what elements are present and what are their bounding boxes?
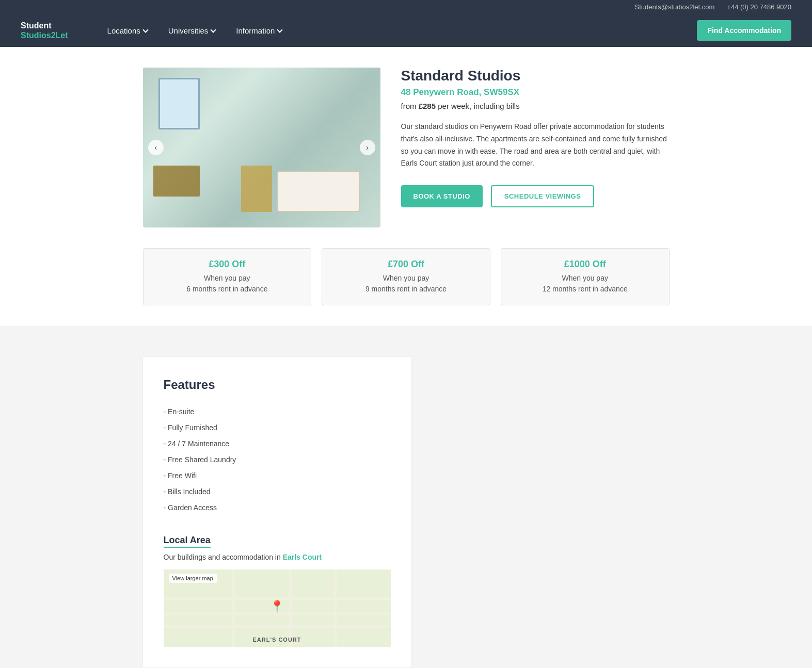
property-image: ‹ › [143, 68, 380, 227]
room-desk [153, 166, 200, 197]
price-amount: £285 [419, 102, 436, 110]
nav-universities[interactable]: Universities [160, 22, 224, 39]
feature-laundry: - Free Shared Laundry [164, 454, 391, 465]
right-panel [432, 357, 597, 667]
property-buttons: BOOK A STUDIO SCHEDULE VIEWINGS [401, 185, 670, 207]
map-road-h3 [164, 625, 391, 628]
contact-email[interactable]: Students@studios2let.com [634, 3, 714, 11]
main-content: ‹ › Standard Studios 48 Penywern Road, S… [122, 68, 690, 305]
map-road-v1 [232, 569, 235, 647]
book-studio-button[interactable]: BOOK A STUDIO [401, 185, 483, 207]
schedule-viewings-button[interactable]: SCHEDULE VIEWINGS [491, 185, 595, 207]
local-area-title: Local Area [164, 535, 211, 548]
view-larger-map-link[interactable]: View larger map [169, 574, 217, 583]
map-road-v2 [289, 569, 292, 647]
feature-wifi: - Free Wifi [164, 470, 391, 481]
universities-dropdown-icon [211, 27, 216, 32]
property-section: ‹ › Standard Studios 48 Penywern Road, S… [143, 68, 670, 227]
main-nav: Locations Universities Information [99, 22, 697, 39]
feature-bills: - Bills Included [164, 486, 391, 497]
map-road-h1 [164, 597, 391, 600]
earls-court-link[interactable]: Earls Court [283, 553, 322, 561]
property-title: Standard Studios [401, 68, 670, 84]
discount-section: £300 Off When you pay 6 months rent in a… [143, 248, 670, 305]
room-window [158, 78, 200, 129]
discount-card-3: £1000 Off When you pay 12 months rent in… [501, 248, 670, 305]
room-image-placeholder [143, 68, 380, 227]
feature-furnished: - Fully Furnished [164, 422, 391, 433]
property-price: from £285 per week, including bills [401, 102, 670, 110]
property-address: 48 Penywern Road, SW59SX [401, 87, 670, 97]
discount-amount-1: £300 Off [154, 259, 301, 270]
property-description: Our standard studios on Penywern Road of… [401, 121, 670, 170]
features-section: Features - En-suite - Fully Furnished - … [0, 326, 812, 668]
logo-line1: Student [21, 21, 68, 30]
room-bed [277, 171, 360, 212]
local-area-desc: Our buildings and accommodation in Earls… [164, 553, 391, 561]
logo[interactable]: Student Studios2Let [21, 21, 68, 40]
map-placeholder: 📍 EARL'S COURT View larger map [164, 569, 391, 647]
feature-garden: - Garden Access [164, 502, 391, 513]
header-top-bar: Students@studios2let.com +44 (0) 20 7486… [0, 0, 812, 14]
discount-amount-3: £1000 Off [512, 259, 659, 270]
feature-ensuite: - En-suite [164, 406, 391, 417]
room-dresser [241, 166, 272, 212]
locations-dropdown-icon [142, 27, 148, 32]
feature-maintenance: - 24 / 7 Maintenance [164, 438, 391, 449]
image-next-button[interactable]: › [360, 140, 375, 155]
nav-information[interactable]: Information [228, 22, 290, 39]
discount-desc-3: When you pay 12 months rent in advance [512, 273, 659, 295]
map-road-v3 [334, 569, 337, 647]
discount-desc-1: When you pay 6 months rent in advance [154, 273, 301, 295]
information-dropdown-icon [277, 27, 283, 32]
logo-line2: Studios2Let [21, 30, 68, 40]
features-title: Features [164, 378, 391, 392]
property-info: Standard Studios 48 Penywern Road, SW59S… [401, 68, 670, 207]
discount-amount-2: £700 Off [332, 259, 480, 270]
map-label: EARL'S COURT [252, 637, 301, 643]
map-pin-icon: 📍 [270, 600, 284, 613]
features-inner: Features - En-suite - Fully Furnished - … [122, 357, 690, 667]
contact-phone[interactable]: +44 (0) 20 7486 9020 [727, 3, 791, 11]
discount-desc-2: When you pay 9 months rent in advance [332, 273, 480, 295]
price-suffix: per week, including bills [438, 102, 519, 110]
discount-card-2: £700 Off When you pay 9 months rent in a… [322, 248, 490, 305]
image-prev-button[interactable]: ‹ [148, 140, 164, 155]
map-background: 📍 EARL'S COURT View larger map [164, 569, 391, 647]
features-list: - En-suite - Fully Furnished - 24 / 7 Ma… [164, 406, 391, 513]
nav-locations[interactable]: Locations [99, 22, 156, 39]
discount-card-1: £300 Off When you pay 6 months rent in a… [143, 248, 312, 305]
header-nav: Student Studios2Let Locations Universiti… [0, 14, 812, 47]
features-content: Features - En-suite - Fully Furnished - … [143, 357, 411, 667]
price-prefix: from [401, 102, 417, 110]
find-accommodation-button[interactable]: Find Accommodation [697, 20, 791, 41]
